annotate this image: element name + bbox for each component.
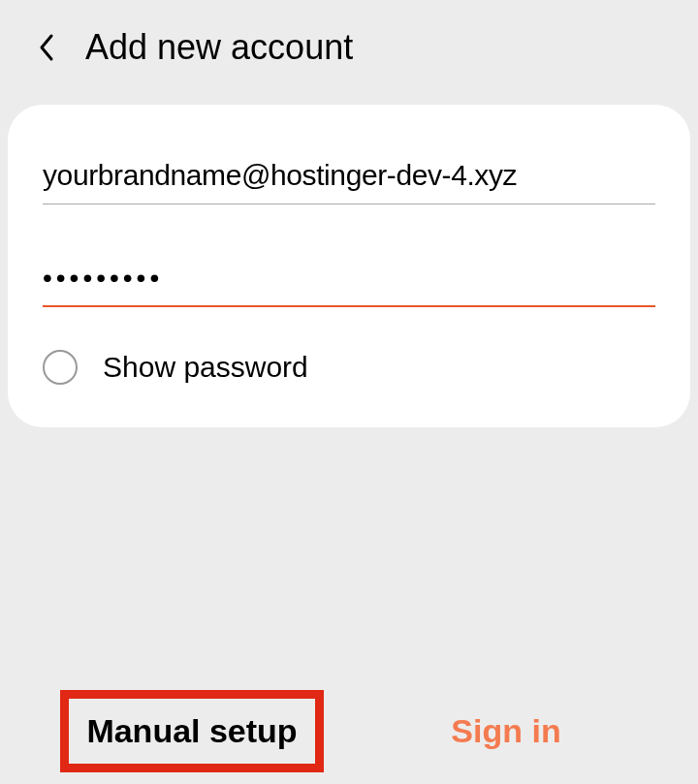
password-field[interactable]: [43, 255, 655, 307]
footer-left: Manual setup: [35, 690, 349, 772]
back-icon[interactable]: [35, 36, 58, 59]
form-card: Show password: [8, 105, 690, 427]
manual-setup-button[interactable]: Manual setup: [60, 690, 323, 772]
show-password-label: Show password: [103, 351, 308, 384]
email-field-wrap: [43, 151, 655, 204]
password-field-wrap: [43, 255, 655, 307]
footer: Manual setup Sign in: [0, 671, 698, 784]
show-password-radio[interactable]: [43, 350, 78, 385]
email-field[interactable]: [43, 151, 655, 204]
page-title: Add new account: [85, 27, 353, 68]
signin-button[interactable]: Sign in: [451, 712, 560, 750]
show-password-row: Show password: [43, 350, 655, 392]
manual-setup-label: Manual setup: [86, 712, 297, 749]
footer-right: Sign in: [349, 690, 663, 772]
header: Add new account: [0, 0, 698, 95]
